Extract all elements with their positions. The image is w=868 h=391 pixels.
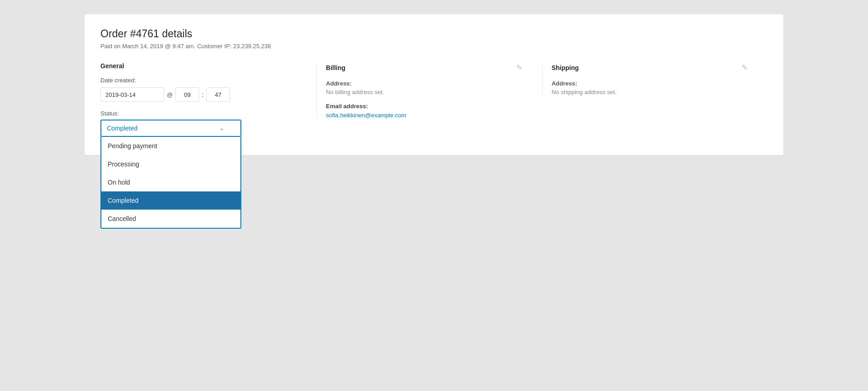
status-select-wrapper: Completed ⌄ Pending payment Processing O… — [100, 120, 241, 137]
billing-section-header: Billing ✎ — [326, 62, 524, 73]
status-select[interactable]: Completed ⌄ — [100, 120, 241, 137]
status-option-on-hold[interactable]: On hold — [101, 173, 240, 191]
shipping-section-title: Shipping — [552, 64, 579, 71]
billing-address-value: No billing address set. — [326, 89, 524, 95]
shipping-address-label: Address: — [552, 80, 749, 87]
at-symbol: @ — [167, 91, 173, 98]
shipping-address-value: No shipping address set. — [552, 89, 749, 95]
status-option-processing[interactable]: Processing — [101, 155, 240, 173]
minute-input[interactable] — [206, 87, 230, 102]
page-subtitle: Paid on March 14, 2019 @ 9:47 am. Custom… — [100, 43, 768, 50]
billing-section: Billing ✎ Address: No billing address se… — [316, 62, 542, 119]
billing-edit-icon[interactable]: ✎ — [514, 62, 524, 73]
shipping-section-header: Shipping ✎ — [552, 62, 749, 73]
general-section-header: General — [100, 62, 298, 70]
general-section: General Date created: @ : Status: Comple… — [100, 62, 316, 137]
billing-section-title: Billing — [326, 64, 345, 71]
status-label: Status: — [100, 110, 298, 117]
page-title: Order #4761 details — [100, 28, 768, 40]
shipping-edit-icon[interactable]: ✎ — [740, 62, 749, 73]
colon-separator: : — [202, 91, 204, 98]
status-selected-label: Completed — [107, 125, 138, 132]
status-option-completed[interactable]: Completed — [101, 191, 240, 210]
status-dropdown-scroll[interactable]: Pending payment Processing On hold Compl… — [101, 137, 240, 228]
billing-email-link[interactable]: sofia.heikkinen@example.com — [326, 112, 406, 119]
chevron-down-icon: ⌄ — [219, 125, 224, 131]
date-input[interactable] — [100, 87, 164, 102]
billing-email-label: Email address: — [326, 103, 524, 110]
status-dropdown: Pending payment Processing On hold Compl… — [100, 137, 241, 229]
date-row: @ : — [100, 87, 298, 102]
general-section-title: General — [100, 62, 124, 70]
status-option-pending[interactable]: Pending payment — [101, 137, 240, 155]
billing-address-label: Address: — [326, 80, 524, 87]
shipping-section: Shipping ✎ Address: No shipping address … — [542, 62, 768, 95]
order-details-card: Order #4761 details Paid on March 14, 20… — [84, 14, 784, 155]
date-label: Date created: — [100, 77, 298, 84]
status-option-cancelled[interactable]: Cancelled — [101, 210, 240, 228]
hour-input[interactable] — [175, 87, 199, 102]
sections-row: General Date created: @ : Status: Comple… — [100, 62, 768, 137]
